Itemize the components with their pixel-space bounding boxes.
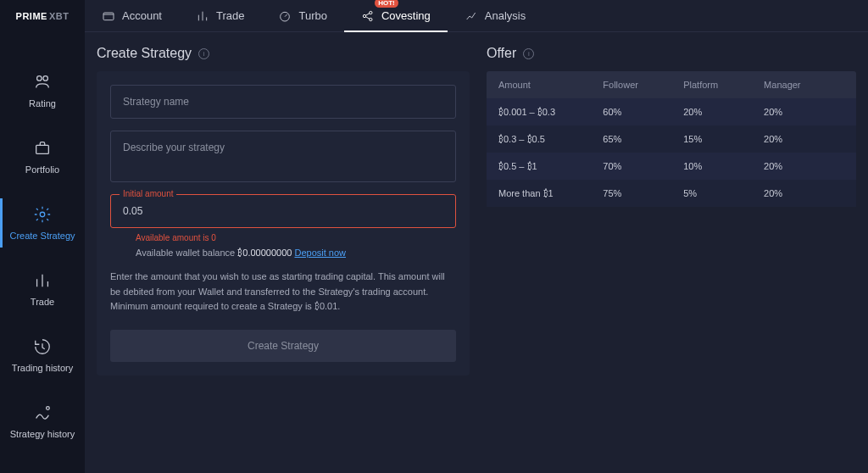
topbar: PRIME XBT Account Trade Turbo HOT! — [0, 0, 868, 32]
table-row: ₿0.3 – ₿0.5 65% 15% 20% — [487, 125, 856, 153]
cell-amount: ₿0.5 – ₿1 — [498, 161, 603, 171]
balance-value: ₿0.00000000 — [237, 248, 292, 258]
nav-account-label: Account — [122, 9, 162, 22]
cell-follower: 65% — [603, 134, 683, 144]
strategy-history-icon — [33, 403, 52, 422]
sidebar-item-trade[interactable]: Trade — [0, 256, 85, 322]
table-row: ₿0.5 – ₿1 70% 10% 20% — [487, 153, 856, 180]
brand-logo[interactable]: PRIME XBT — [0, 0, 85, 32]
cell-amount: ₿0.001 – ₿0.3 — [498, 107, 603, 117]
create-title-text: Create Strategy — [97, 46, 192, 61]
strategy-desc-field — [110, 131, 456, 182]
info-icon[interactable]: i — [198, 48, 209, 59]
cell-follower: 75% — [603, 188, 683, 198]
sidebar-item-label: Create Strategy — [9, 231, 75, 241]
cell-platform: 10% — [683, 161, 764, 171]
main: Create Strategy i Initial amount Availab… — [85, 32, 868, 473]
sidebar-item-label: Strategy history — [10, 429, 75, 439]
info-icon[interactable]: i — [523, 48, 534, 59]
history-icon — [33, 337, 52, 356]
trade-bars-icon — [33, 271, 52, 290]
offer-table: Amount Follower Platform Manager ₿0.001 … — [487, 71, 856, 207]
nav-account[interactable]: Account — [85, 0, 179, 31]
sidebar-item-strategy-history[interactable]: Strategy history — [0, 388, 85, 454]
table-row: More than ₿1 75% 5% 20% — [487, 180, 856, 207]
sidebar: Rating Portfolio Create Strategy Trade T… — [0, 32, 85, 473]
top-nav: Account Trade Turbo HOT! Covesting Ana — [85, 0, 542, 31]
cell-manager: 20% — [764, 188, 844, 198]
brand-right: XBT — [49, 11, 70, 21]
cell-manager: 20% — [764, 134, 844, 144]
svg-point-9 — [47, 407, 50, 410]
table-row: ₿0.001 – ₿0.3 60% 20% 20% — [487, 98, 856, 125]
initial-amount-field: Initial amount — [110, 194, 456, 228]
cell-manager: 20% — [764, 107, 844, 117]
cell-amount: ₿0.3 – ₿0.5 — [498, 134, 603, 144]
cell-follower: 60% — [603, 107, 683, 117]
nav-analysis[interactable]: Analysis — [448, 0, 542, 31]
col-manager: Manager — [764, 80, 844, 90]
cell-amount: More than ₿1 — [498, 188, 603, 198]
cell-platform: 15% — [683, 134, 764, 144]
strategy-name-field — [110, 85, 456, 119]
sidebar-item-create-strategy[interactable]: Create Strategy — [0, 190, 85, 256]
sidebar-item-rating[interactable]: Rating — [0, 58, 85, 124]
gear-icon — [33, 205, 52, 224]
create-strategy-button[interactable]: Create Strategy — [110, 330, 456, 362]
cell-follower: 70% — [603, 161, 683, 171]
sidebar-item-label: Portfolio — [25, 164, 59, 175]
offer-title-text: Offer — [487, 46, 516, 61]
svg-point-8 — [40, 212, 45, 217]
create-card: Initial amount Available amount is 0 Ava… — [97, 71, 470, 376]
svg-point-2 — [363, 14, 365, 17]
wallet-balance-line: Available wallet balance ₿0.00000000 Dep… — [136, 248, 456, 258]
create-strategy-column: Create Strategy i Initial amount Availab… — [97, 46, 470, 459]
rating-icon — [33, 73, 52, 92]
col-amount: Amount — [498, 80, 603, 90]
sidebar-item-trading-history[interactable]: Trading history — [0, 322, 85, 388]
svg-point-4 — [370, 18, 372, 20]
sidebar-item-portfolio[interactable]: Portfolio — [0, 124, 85, 190]
cell-platform: 20% — [683, 107, 764, 117]
deposit-now-link[interactable]: Deposit now — [294, 248, 346, 258]
sidebar-item-label: Rating — [29, 98, 56, 109]
nav-trade[interactable]: Trade — [179, 0, 261, 31]
brand-left: PRIME — [16, 11, 47, 21]
hot-badge: HOT! — [375, 0, 398, 8]
balance-prefix: Available wallet balance — [136, 248, 237, 258]
cell-platform: 5% — [683, 188, 764, 198]
col-follower: Follower — [603, 80, 683, 90]
chart-icon — [465, 9, 478, 23]
initial-amount-input[interactable] — [111, 195, 455, 227]
gauge-icon — [278, 9, 292, 23]
initial-amount-help: Enter the amount that you wish to use as… — [110, 270, 456, 314]
nav-trade-label: Trade — [216, 9, 244, 22]
cell-manager: 20% — [764, 161, 844, 171]
initial-amount-error: Available amount is 0 — [136, 233, 456, 242]
create-title: Create Strategy i — [97, 46, 470, 61]
offer-column: Offer i Amount Follower Platform Manager… — [487, 46, 856, 459]
nav-turbo-label: Turbo — [298, 9, 326, 22]
sidebar-item-label: Trading history — [12, 363, 73, 373]
nav-covesting[interactable]: HOT! Covesting — [344, 0, 448, 31]
share-icon — [361, 9, 375, 23]
svg-point-5 — [37, 76, 42, 81]
offer-table-head: Amount Follower Platform Manager — [487, 71, 856, 98]
strategy-desc-input[interactable] — [111, 131, 455, 179]
svg-rect-0 — [103, 13, 114, 20]
nav-turbo[interactable]: Turbo — [261, 0, 343, 31]
briefcase-icon — [33, 139, 52, 158]
svg-point-3 — [370, 11, 372, 14]
sidebar-item-label: Trade — [31, 297, 54, 307]
nav-analysis-label: Analysis — [485, 9, 526, 22]
wallet-icon — [102, 9, 115, 23]
col-platform: Platform — [683, 80, 764, 90]
svg-rect-7 — [36, 145, 49, 153]
offer-title: Offer i — [487, 46, 856, 61]
app-body: Rating Portfolio Create Strategy Trade T… — [0, 32, 868, 473]
nav-covesting-label: Covesting — [381, 9, 431, 22]
bars-icon — [196, 9, 209, 23]
initial-amount-label: Initial amount — [120, 189, 176, 198]
strategy-name-input[interactable] — [111, 86, 455, 118]
svg-point-6 — [43, 76, 47, 81]
